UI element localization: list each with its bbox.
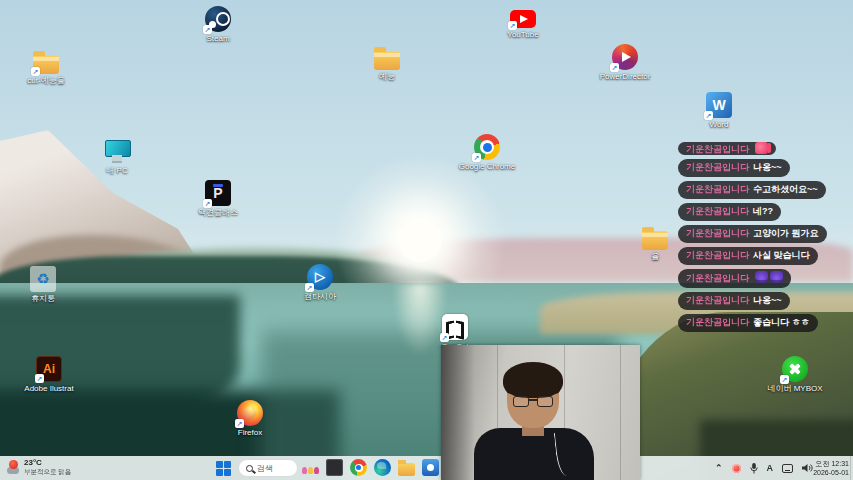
touch-keyboard-icon[interactable] [782, 464, 793, 473]
chat-username: 기운찬곰입니다 [686, 184, 749, 194]
microphone-icon[interactable] [750, 463, 758, 474]
chat-overlay: 기운찬곰입니다기운찬곰입니다나옹~~기운찬곰입니다수고하셨어요~~기운찬곰입니다… [678, 142, 853, 332]
icon-label: 내 PC [85, 166, 149, 175]
chat-username: 기운찬곰입니다 [686, 206, 749, 216]
taskbar-clock[interactable]: 오전 12:31 2026-05-01 [813, 459, 849, 477]
shortcut-arrow-icon [704, 111, 713, 120]
chat-message: 기운찬곰입니다나옹~~ [678, 159, 790, 177]
word-icon [706, 92, 732, 118]
desktop-icon-chrome[interactable]: Google Chrome [455, 134, 519, 171]
person-hair [503, 362, 563, 398]
file-explorer-icon[interactable] [398, 463, 415, 476]
chat-username: 기운찬곰입니다 [686, 295, 749, 305]
person-head [507, 368, 559, 428]
clock-date: 2026-05-01 [813, 468, 849, 477]
streamer-person [460, 365, 610, 480]
pinned-app-icon[interactable] [326, 459, 343, 476]
desktop-icon-camtasia[interactable]: 캠타시아 [288, 264, 352, 301]
green-app-icon [782, 356, 808, 382]
desktop-icon-firefox[interactable]: Firefox [218, 400, 282, 437]
webcam-overlay [441, 345, 640, 480]
icon-label: PowerDirector [593, 72, 657, 81]
pink-emote-icon [755, 142, 768, 154]
youtube-icon [510, 10, 536, 28]
steam-icon [205, 6, 231, 32]
speaker-icon[interactable] [802, 463, 813, 473]
shortcut-arrow-icon [203, 199, 212, 208]
search-placeholder: 검색 [257, 463, 273, 474]
chat-message: 기운찬곰입니다 [678, 142, 776, 155]
icon-label: 네이버 MYBOX [763, 384, 827, 393]
chat-message: 기운찬곰입니다나옹~~ [678, 292, 790, 310]
chat-username: 기운찬곰입니다 [686, 273, 749, 283]
illustrator-icon [36, 356, 62, 382]
shortcut-arrow-icon [31, 67, 40, 76]
search-input[interactable]: 검색 [238, 459, 298, 477]
icon-label: 택견클래스 [186, 208, 250, 217]
person-glasses [513, 396, 553, 407]
taskbar-pinned-apps [302, 459, 463, 476]
wall-panel-line [620, 345, 621, 480]
clock-time: 오전 12:31 [813, 459, 849, 468]
shortcut-arrow-icon [203, 25, 212, 34]
desktop-icon-recycle-bin[interactable]: 휴지통 [11, 266, 75, 303]
chat-message: 기운찬곰입니다좋습니다 ㅎㅎ [678, 314, 818, 332]
weather-temp: 23°C [24, 458, 71, 467]
desktop-icon-steam[interactable]: Steam [186, 6, 250, 43]
powerdirector-icon [612, 44, 638, 70]
capcut-icon [442, 314, 468, 340]
chat-username: 기운찬곰입니다 [686, 317, 749, 327]
desktop-icon-powerdirector[interactable]: PowerDirector [593, 44, 657, 81]
system-tray: ⌃ A [715, 456, 813, 480]
weather-desc: 부분적으로 맑음 [24, 467, 71, 476]
folder-cut-icon [33, 55, 59, 74]
desktop-icon-youtube[interactable]: YouTube [491, 6, 555, 39]
icon-label: 캠타시아 [288, 292, 352, 301]
icon-label: Word [687, 120, 751, 129]
icon-label: 예능 [355, 72, 419, 81]
icon-label: Google Chrome [455, 162, 519, 171]
chat-username: 기운찬곰입니다 [686, 250, 749, 260]
icon-label: YouTube [491, 30, 555, 39]
shortcut-arrow-icon [610, 63, 619, 72]
shortcut-arrow-icon [440, 333, 449, 342]
desktop: Steamcut-예능들YouTube예능PowerDirectorWord내 … [0, 0, 853, 480]
desktop-icon-this-pc[interactable]: 내 PC [85, 136, 149, 175]
chat-text: 좋습니다 ㅎㅎ [753, 317, 810, 327]
tray-chevron-up-icon[interactable]: ⌃ [715, 463, 723, 473]
desktop-icon-illustrator[interactable]: Adobe Ilustrat [17, 356, 81, 393]
chat-username: 기운찬곰입니다 [686, 162, 749, 172]
shortcut-arrow-icon [305, 283, 314, 292]
chat-message: 기운찬곰입니다네?? [678, 203, 781, 221]
recording-indicator-icon[interactable] [732, 464, 741, 473]
edge-taskbar-icon[interactable] [374, 459, 391, 476]
icon-label: 휴지통 [11, 294, 75, 303]
desktop-icon-p-app[interactable]: 택견클래스 [186, 180, 250, 217]
p-app-icon [205, 180, 231, 206]
taskbar: 23°C 부분적으로 맑음 검색 ⚙ ⌃ A 오전 12:31 [0, 456, 853, 480]
shortcut-arrow-icon [508, 21, 517, 30]
widgets-icon[interactable] [302, 459, 319, 476]
camera-app-icon[interactable] [422, 459, 439, 476]
camtasia-icon [307, 264, 333, 290]
folder-small-icon [642, 231, 668, 250]
desktop-icon-folder-variety[interactable]: 예능 [355, 46, 419, 81]
start-button[interactable] [216, 461, 231, 476]
chat-text: 나옹~~ [753, 162, 782, 172]
weather-icon [6, 460, 20, 474]
icon-label: Firefox [218, 428, 282, 437]
chrome-icon [474, 134, 500, 160]
desktop-icon-folder-cut[interactable]: cut-예능들 [14, 50, 78, 85]
chat-text: 사실 맞습니다 [753, 250, 810, 260]
weather-widget[interactable]: 23°C 부분적으로 맑음 [6, 458, 71, 476]
icon-label: Steam [186, 34, 250, 43]
chat-username: 기운찬곰입니다 [686, 228, 749, 238]
desktop-icon-green-app[interactable]: 네이버 MYBOX [763, 356, 827, 393]
this-pc-icon [104, 138, 130, 164]
icon-label: cut-예능들 [14, 76, 78, 85]
folder-variety-icon [374, 51, 400, 70]
ime-language-indicator[interactable]: A [767, 463, 774, 473]
chrome-taskbar-icon[interactable] [350, 459, 367, 476]
desktop-icon-word[interactable]: Word [687, 92, 751, 129]
chat-text: 네?? [753, 206, 773, 216]
